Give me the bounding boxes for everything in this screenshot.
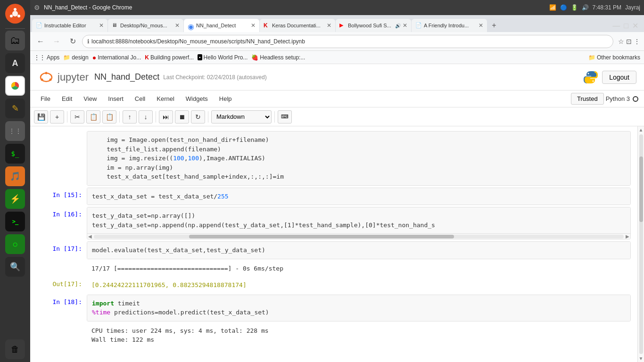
cell-content-16: test_y_data_set=np.array([]) test_y_data… [87, 207, 631, 239]
notebook-content[interactable]: img = Image.open(test_non_hand_dir+filen… [30, 126, 644, 362]
scroll-down-arrow[interactable]: ▼ [638, 355, 644, 362]
keyboard-shortcuts-button[interactable]: ⌨ [278, 110, 292, 123]
ring-icon[interactable]: ○ [5, 234, 25, 254]
cell-type-select[interactable]: Markdown Code Raw NBConvert [211, 110, 272, 123]
menu-view[interactable]: View [79, 93, 101, 104]
add-cell-button[interactable]: + [50, 110, 64, 123]
code-area-17[interactable]: model.evaluate(test_x_data_set,test_y_da… [87, 242, 630, 259]
chrome-menu-icon[interactable]: ⋮ [634, 38, 640, 45]
bm-helloworld[interactable]: ▪ Hello World Pro... [198, 54, 248, 61]
move-up-button[interactable]: ↑ [123, 110, 137, 123]
image-viewer-icon[interactable]: 🔍 [5, 257, 25, 277]
fast-forward-button[interactable]: ⏭ [159, 110, 173, 123]
bm-other[interactable]: 📁 Other bookmarks [588, 54, 640, 61]
toolbar-separator-4 [208, 111, 208, 123]
menu-widgets[interactable]: Widgets [181, 93, 213, 104]
address-bar[interactable]: ℹ localhost:8888/notebooks/Desktop/No_mo… [82, 35, 613, 48]
copy-cell-button[interactable]: 📋 [86, 110, 100, 123]
notebook-title[interactable]: NN_hand_Detect [94, 72, 159, 82]
bm-headless[interactable]: 🍓 Headless setup:... [251, 54, 305, 61]
wifi-icon: 📶 [549, 4, 556, 11]
new-tab-button[interactable]: + [487, 19, 501, 32]
code-area-18[interactable]: import timeit %time predictions=model.pr… [87, 295, 630, 321]
text-editor-icon[interactable]: A [5, 53, 25, 73]
cell-16-hscrollbar[interactable]: ◀ ▶ [87, 233, 630, 239]
jupyter-header-right: Logout [583, 70, 636, 85]
back-button[interactable]: ← [34, 35, 47, 48]
python-logo-icon [583, 70, 598, 85]
tab-close-bollywood[interactable]: ✕ [403, 22, 407, 29]
bm-other-icon: 📁 [588, 54, 595, 61]
reload-button[interactable]: ↻ [66, 35, 79, 48]
move-down-button[interactable]: ↓ [139, 110, 153, 123]
menu-bar: File Edit View Insert Cell Kernel Widget… [30, 90, 644, 107]
paste-cell-button[interactable]: 📋 [102, 110, 116, 123]
tab-keras[interactable]: K Keras Documentati... ✕ [260, 19, 335, 32]
bm-building[interactable]: K Building powerf... [145, 54, 194, 61]
menu-kernel[interactable]: Kernel [152, 93, 179, 104]
shell-icon[interactable]: >_ [5, 212, 25, 231]
tab-bollywood[interactable]: ▶ Bollywood Sufi S... 🔊 ✕ [336, 19, 411, 32]
bm-international[interactable]: ● International Jo... [92, 54, 141, 61]
tab-nn-hand[interactable]: ◉ NN_hand_Detect ✕ [184, 19, 259, 32]
trash-icon[interactable]: 🗑 [5, 339, 25, 359]
menu-file[interactable]: File [36, 93, 55, 104]
ubuntu-icon[interactable] [5, 4, 25, 24]
vscroll-thumb[interactable] [639, 156, 643, 222]
tab-close-instructable[interactable]: ✕ [99, 22, 104, 29]
scroll-thumb[interactable] [189, 235, 454, 239]
code-area-16[interactable]: test_y_data_set=np.array([]) test_y_data… [87, 207, 630, 233]
trusted-button[interactable]: Trusted [571, 93, 604, 105]
maximize-button[interactable]: □ [624, 22, 628, 30]
save-button[interactable]: 💾 [34, 110, 48, 123]
tab-close-desktop[interactable]: ✕ [175, 22, 180, 29]
gimp-icon[interactable]: ✎ [5, 99, 25, 118]
menu-insert[interactable]: Insert [103, 93, 128, 104]
chrome-icon[interactable] [5, 76, 25, 96]
menu-edit[interactable]: Edit [57, 93, 77, 104]
cell-output-17-progress: 17/17 [==============================] -… [87, 261, 631, 276]
tab-desktop[interactable]: 🖥 Desktop/No_mous... ✕ [108, 19, 183, 32]
scroll-left-arrow[interactable]: ◀ [87, 234, 93, 239]
scroll-right-arrow[interactable]: ▶ [625, 234, 630, 239]
lightning-icon[interactable]: ⚡ [5, 189, 25, 209]
menu-cell[interactable]: Cell [130, 93, 150, 104]
tab-favicon-keras: K [264, 22, 270, 29]
cast-icon[interactable]: ⊡ [626, 38, 632, 45]
terminal-icon[interactable]: $_ [5, 144, 25, 164]
jupyter-header: jupyter NN_hand_Detect Last Checkpoint: … [30, 64, 644, 90]
apps-grid-icon: ⋮⋮ [34, 54, 45, 61]
bm-headless-label: Headless setup:... [260, 54, 305, 61]
restart-button[interactable]: ↻ [191, 110, 205, 123]
files-icon[interactable]: 🗂 [5, 31, 25, 50]
scroll-up-arrow[interactable]: ▲ [638, 126, 644, 133]
logout-button[interactable]: Logout [602, 71, 636, 84]
audio-wave-icon[interactable]: 🎵 [5, 166, 25, 186]
close-window-button[interactable]: ✕ [632, 21, 638, 30]
code-area-partial[interactable]: img = Image.open(test_non_hand_dir+filen… [87, 132, 630, 185]
cut-cell-button[interactable]: ✂ [70, 110, 84, 123]
menu-help[interactable]: Help [215, 93, 237, 104]
svg-point-11 [588, 73, 589, 74]
tab-label-instructable: Instructable Editor [44, 23, 97, 28]
tab-instructable[interactable]: 📄 Instructable Editor ✕ [32, 19, 107, 32]
tab-close-nn[interactable]: ✕ [251, 22, 256, 29]
tab-label-bollywood: Bollywood Sufi S... [348, 23, 393, 28]
cell-label-15: In [15]: [30, 188, 87, 198]
tab-friendly[interactable]: 📄 A Friendly Introdu... ✕ [412, 19, 487, 32]
bm-apps[interactable]: ⋮⋮ Apps [34, 54, 59, 61]
tab-close-keras[interactable]: ✕ [327, 22, 331, 29]
spreadsheet-icon[interactable]: ⋮⋮ [5, 121, 25, 141]
vertical-scrollbar[interactable]: ▲ ▼ [637, 126, 644, 362]
stop-button[interactable]: ⏹ [175, 110, 189, 123]
python-indicator: Python 3 [606, 95, 638, 102]
bm-design[interactable]: 📁 design [63, 54, 88, 61]
code-area-15[interactable]: test_x_data_set = test_x_data_set/255 [87, 188, 630, 205]
checkpoint-text: Last Checkpoint: 02/24/2018 (autosaved) [163, 74, 266, 81]
forward-button[interactable]: → [50, 35, 63, 48]
tab-close-friendly[interactable]: ✕ [479, 22, 483, 29]
jupyter-logo: jupyter [38, 69, 89, 86]
toolbar-separator-2 [119, 111, 120, 123]
bookmark-star-icon[interactable]: ☆ [618, 38, 624, 45]
minimize-button[interactable]: — [612, 22, 620, 30]
